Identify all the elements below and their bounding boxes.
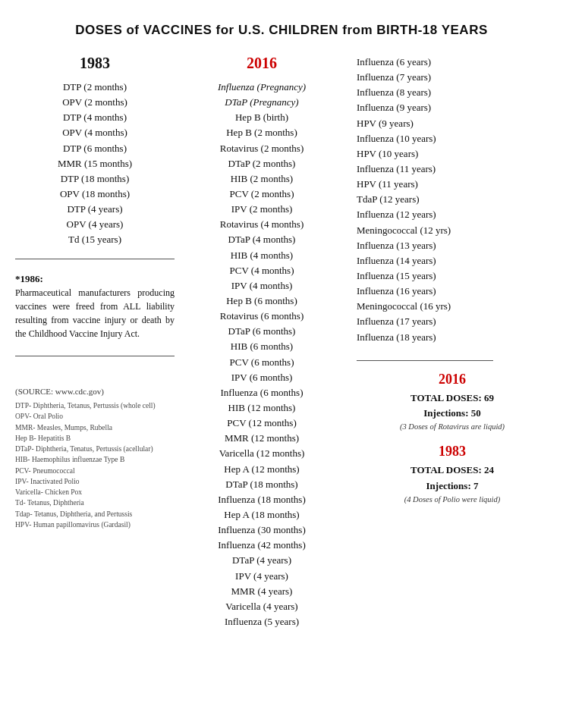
list-item: Meningococcal (12 yrs): [357, 223, 548, 238]
column-1983: 1983 DTP (2 months)OPV (2 months)DTP (4 …: [15, 55, 175, 530]
list-item: Rotavirus (2 months): [175, 141, 349, 156]
summary-2016-total: TOTAL DOSES: 69: [357, 391, 548, 406]
list-item: PCV (4 months): [175, 263, 349, 278]
list-item: Hep A (12 months): [175, 462, 349, 477]
list-item: DTaP (4 years): [175, 553, 349, 568]
list-item: Influenza (18 years): [357, 330, 548, 345]
list-item: Influenza (18 months): [175, 492, 349, 507]
summary-1983-sub: (4 Doses of Polio were liquid): [357, 494, 548, 506]
list-item: DTP (4 months): [15, 110, 175, 125]
list-item: Hep B (birth): [175, 110, 349, 125]
list-item: Influenza (6 years): [357, 55, 548, 70]
list-item: DTP (18 months): [15, 171, 175, 187]
list-item: PCV (6 months): [175, 355, 349, 370]
list-item: Influenza (5 years): [175, 614, 349, 629]
list-item: PCV (2 months): [175, 187, 349, 202]
list-item: Influenza (10 years): [357, 131, 548, 146]
source-section: (SOURCE: www.cdc.gov) DTP- Diphtheria, T…: [15, 387, 175, 530]
abbreviation-item: PCV- Pneumococcal: [15, 466, 175, 476]
list-item: IPV (6 months): [175, 370, 349, 385]
abbreviation-item: HPV- Human papillomavirus (Gardasil): [15, 519, 175, 530]
list-item: IPV (2 months): [175, 202, 349, 217]
list-item: Influenza (8 years): [357, 85, 548, 100]
abbreviation-item: DTaP- Diphtheria, Tenatus, Pertussis (ac…: [15, 444, 175, 454]
list-item: Influenza (11 years): [357, 162, 548, 177]
abbreviation-item: Tdap- Tetanus, Diphtheria, and Pertussis: [15, 509, 175, 519]
abbreviation-item: MMR- Measles, Mumps, Rubella: [15, 422, 175, 433]
note-year: *1986:: [15, 273, 43, 284]
list-item: OPV (18 months): [15, 187, 175, 202]
list-item: Influenza (42 months): [175, 538, 349, 553]
list-item: TdaP (12 years): [357, 192, 548, 207]
list-item: Influenza (9 years): [357, 100, 548, 115]
summary-1983-injections: Injections: 7: [357, 479, 548, 494]
list-item: DTP (6 months): [15, 141, 175, 156]
list-item: MMR (12 months): [175, 431, 349, 446]
list-item: DTaP (6 months): [175, 324, 349, 339]
abbreviation-item: Hep B- Hepatitis B: [15, 433, 175, 444]
page-title: DOSES of VACCINES for U.S. CHILDREN from…: [15, 23, 548, 38]
year-2016: 2016: [175, 55, 349, 72]
vaccine-list-2016: Influenza (Pregnancy)DTaP (Pregnancy)Hep…: [175, 80, 349, 629]
list-item: Hep B (2 months): [175, 125, 349, 140]
summary-1983-total: TOTAL DOSES: 24: [357, 463, 548, 479]
year-1983: 1983: [15, 55, 175, 72]
list-item: Influenza (Pregnancy): [175, 80, 349, 95]
abbreviation-item: OPV- Oral Polio: [15, 411, 175, 422]
note-section: *1986: Pharmaceutical manufacturers prod…: [15, 271, 175, 341]
abbreviation-item: DTP- Diphtheria, Tetanus, Pertussis (who…: [15, 400, 175, 411]
list-item: Influenza (16 years): [357, 284, 548, 299]
list-item: Varicella (4 years): [175, 599, 349, 614]
list-item: Influenza (14 years): [357, 253, 548, 268]
abbreviation-item: Td- Tetanus, Diphtheria: [15, 497, 175, 508]
summary-2016-injections: Injections: 50: [357, 406, 548, 422]
vaccine-list-1983: DTP (2 months)OPV (2 months)DTP (4 month…: [15, 80, 175, 248]
list-item: DTP (2 months): [15, 80, 175, 95]
list-item: IPV (4 months): [175, 278, 349, 293]
abbreviations: DTP- Diphtheria, Tetanus, Pertussis (who…: [15, 400, 175, 530]
list-item: HPV (10 years): [357, 146, 548, 162]
summary-1983-year: 1983: [357, 444, 548, 460]
vaccine-list-right: Influenza (6 years)Influenza (7 years)In…: [357, 55, 548, 345]
source-text: (SOURCE: www.cdc.gov): [15, 387, 175, 396]
list-item: OPV (4 years): [15, 217, 175, 232]
list-item: Influenza (6 months): [175, 385, 349, 400]
list-item: Rotavirus (6 months): [175, 309, 349, 324]
list-item: Influenza (15 years): [357, 268, 548, 284]
list-item: DTP (4 years): [15, 202, 175, 217]
summary-2016-year: 2016: [357, 372, 548, 388]
list-item: HPV (9 years): [357, 116, 548, 131]
list-item: Influenza (17 years): [357, 314, 548, 329]
list-item: Rotavirus (4 months): [175, 217, 349, 232]
abbreviation-item: HIB- Haemophilus influenzae Type B: [15, 454, 175, 465]
list-item: HPV (11 years): [357, 177, 548, 192]
list-item: DTaP (2 months): [175, 156, 349, 171]
list-item: DTaP (4 months): [175, 232, 349, 247]
list-item: Influenza (30 months): [175, 522, 349, 538]
list-item: HIB (4 months): [175, 248, 349, 263]
list-item: Meningococcal (16 yrs): [357, 299, 548, 314]
list-item: DTaP (18 months): [175, 477, 349, 492]
summary-box: 2016 TOTAL DOSES: 69 Injections: 50 (3 D…: [357, 372, 548, 506]
list-item: IPV (4 years): [175, 569, 349, 584]
summary-2016-sub: (3 Doses of Rotavirus are liquid): [357, 422, 548, 433]
note-text: Pharmaceutical manufacturers producing v…: [15, 286, 175, 340]
list-item: PCV (12 months): [175, 416, 349, 431]
column-right: Influenza (6 years)Influenza (7 years)In…: [349, 55, 548, 505]
list-item: HIB (12 months): [175, 400, 349, 416]
list-item: OPV (2 months): [15, 95, 175, 110]
list-item: Varicella (12 months): [175, 446, 349, 461]
list-item: MMR (15 months): [15, 156, 175, 171]
column-2016: 2016 Influenza (Pregnancy)DTaP (Pregnanc…: [175, 55, 349, 629]
list-item: HIB (6 months): [175, 339, 349, 354]
list-item: Influenza (12 years): [357, 207, 548, 222]
list-item: Influenza (7 years): [357, 70, 548, 85]
list-item: DTaP (Pregnancy): [175, 95, 349, 110]
list-item: MMR (4 years): [175, 584, 349, 599]
abbreviation-item: Varicella- Chicken Pox: [15, 487, 175, 497]
abbreviation-item: IPV- Inactivated Polio: [15, 476, 175, 487]
list-item: Hep B (6 months): [175, 293, 349, 309]
list-item: Hep A (18 months): [175, 507, 349, 522]
list-item: Influenza (13 years): [357, 238, 548, 253]
list-item: HIB (2 months): [175, 171, 349, 187]
